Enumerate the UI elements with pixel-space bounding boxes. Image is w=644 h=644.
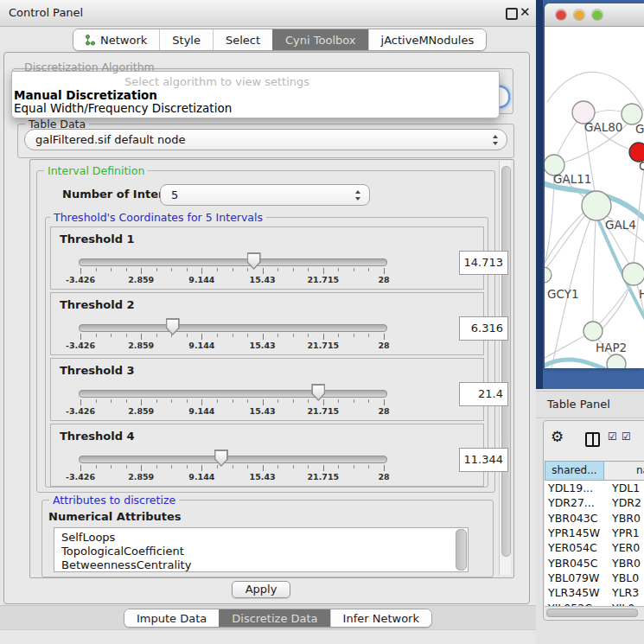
float-window-icon[interactable] — [506, 8, 518, 20]
table-row[interactable]: YDL19...YDL1 — [545, 481, 644, 495]
tick-label: 21.715 — [307, 341, 339, 350]
checkbox-icon[interactable] — [608, 430, 617, 443]
slider-track[interactable] — [79, 456, 387, 463]
table-row[interactable]: YBR043CYBR0 — [545, 511, 644, 526]
scrollbar-thumb[interactable] — [501, 166, 511, 557]
slider-thumb[interactable] — [247, 252, 261, 270]
gear-icon[interactable] — [551, 428, 564, 445]
tab-select[interactable]: Select — [213, 29, 272, 50]
control-panel-titlebar: Control Panel ✕ — [0, 0, 536, 27]
tick-label: 9.144 — [188, 472, 214, 481]
network-node-green[interactable] — [622, 263, 644, 285]
tick-minor — [187, 399, 188, 403]
table-row[interactable]: YDR27...YDR2 — [545, 495, 644, 510]
slider-thumb[interactable] — [166, 318, 180, 335]
cell-shared-name: YBR043C — [545, 512, 608, 525]
slider-track[interactable] — [79, 324, 387, 332]
table-data-combo[interactable]: galFiltered.sif default node — [24, 129, 507, 150]
tab-cyni-toolbox[interactable]: Cyni Toolbox — [272, 29, 368, 50]
dropdown-option-manual[interactable]: Manual Discretization — [14, 88, 157, 102]
attributes-legend: Attributes to discretize — [49, 494, 179, 507]
apply-button[interactable]: Apply — [232, 581, 290, 598]
checkbox-icon[interactable] — [622, 430, 631, 443]
table-row[interactable]: YIL052CYIL0 — [545, 600, 644, 606]
tick-minor — [233, 334, 233, 337]
vertical-scrollbar[interactable] — [499, 161, 511, 575]
cell-name: YBR0 — [608, 512, 641, 525]
tab-impute-data[interactable]: Impute Data — [124, 609, 219, 627]
tick-label: 2.859 — [128, 472, 154, 481]
threshold-panel-4: Threshold 4-3.4262.8599.14415.4321.71528… — [50, 424, 484, 487]
tick-minor — [354, 399, 354, 403]
horizontal-scrollbar[interactable] — [545, 606, 644, 617]
tick-minor — [277, 465, 278, 469]
tick-minor — [126, 465, 127, 469]
cyni-mode-tabs: Impute DataDiscretize DataInfer Network — [124, 609, 432, 628]
threshold-value-field[interactable]: 11.344 — [459, 448, 508, 472]
column-header-shared-name[interactable]: shared... — [545, 461, 604, 481]
threshold-value-field[interactable]: 21.4 — [459, 382, 508, 406]
tab-style[interactable]: Style — [159, 29, 213, 50]
tick-minor — [217, 465, 218, 469]
slider-track[interactable] — [79, 390, 387, 398]
slider-ticks — [79, 334, 386, 341]
tick-minor — [156, 465, 157, 469]
numerical-attributes-list[interactable]: SelfLoopsTopologicalCoefficientBetweenne… — [54, 527, 469, 572]
table-row[interactable]: YPR145WYPR1 — [545, 526, 644, 540]
tick-major — [384, 334, 385, 340]
threshold-value-field[interactable]: 6.316 — [459, 316, 508, 341]
network-canvas[interactable]: GAL80GACGAL11GAL4GCY1HHAP2 — [536, 0, 644, 389]
node-label: GAL4 — [605, 218, 636, 232]
slider-tick-labels: -3.4262.8599.14415.4321.71528 — [79, 341, 386, 351]
list-item[interactable]: SelfLoops — [54, 531, 468, 545]
table-row[interactable]: YBR045CYBR0 — [545, 555, 644, 570]
network-node-green[interactable] — [583, 322, 603, 341]
control-panel-tabs: NetworkStyleSelectCyni ToolboxjActiveMNo… — [73, 29, 487, 51]
tick-major — [201, 334, 202, 340]
tick-major — [141, 465, 142, 471]
tab-network[interactable]: Network — [73, 29, 159, 50]
node-label: H — [639, 287, 644, 301]
tick-minor — [171, 334, 172, 337]
tab-discretize-data[interactable]: Discretize Data — [219, 609, 329, 627]
node-label: GAL80 — [584, 120, 622, 134]
network-edge-thick — [536, 360, 607, 372]
network-edge — [594, 111, 624, 114]
threshold-panel-3: Threshold 3-3.4262.8599.14415.4321.71528… — [50, 358, 484, 421]
table-row[interactable]: YER054CYER0 — [545, 540, 644, 555]
network-node-green[interactable] — [582, 191, 611, 220]
network-node-green[interactable] — [607, 354, 626, 373]
tab-label: Discretize Data — [232, 612, 317, 625]
tick-major — [80, 334, 81, 340]
tab-infer-network[interactable]: Infer Network — [330, 609, 431, 627]
attributes-scrollbar[interactable] — [456, 529, 467, 571]
threshold-value-field[interactable]: 14.713 — [459, 251, 508, 275]
scrollbar-thumb[interactable] — [546, 609, 638, 617]
tick-minor — [293, 334, 294, 337]
column-header-name[interactable]: na — [604, 461, 644, 481]
tick-major — [201, 465, 202, 471]
list-item[interactable]: TopologicalCoefficient — [54, 545, 468, 558]
tick-major — [384, 268, 385, 274]
tick-minor — [247, 399, 248, 403]
algorithm-legend: Discretization Algorithm — [21, 61, 158, 73]
slider-thumb[interactable] — [214, 450, 228, 467]
list-item[interactable]: BetweennessCentrality — [54, 558, 468, 572]
num-intervals-combo[interactable]: 5 — [160, 184, 370, 206]
slider-ticks — [79, 268, 386, 275]
network-graph[interactable]: GAL80GACGAL11GAL4GCY1HHAP2 — [536, 72, 644, 373]
tab-jactivemnodules[interactable]: jActiveMNodules — [368, 29, 487, 50]
table-data-value: galFiltered.sif default node — [35, 130, 186, 150]
table-row[interactable]: YLR345WYLR3 — [545, 585, 644, 600]
slider-thumb[interactable] — [311, 384, 325, 401]
tick-major — [80, 399, 81, 405]
close-icon[interactable]: ✕ — [520, 4, 531, 20]
network-edge — [593, 220, 596, 322]
tick-major — [323, 268, 324, 274]
slider-track[interactable] — [79, 258, 387, 266]
network-node-green[interactable] — [536, 267, 552, 283]
column-layout-icon[interactable] — [585, 432, 600, 447]
tick-minor — [156, 399, 157, 403]
dropdown-option-equal-width[interactable]: Equal Width/Frequency Discretization — [14, 101, 232, 115]
table-row[interactable]: YBL079WYBL0 — [545, 571, 644, 585]
